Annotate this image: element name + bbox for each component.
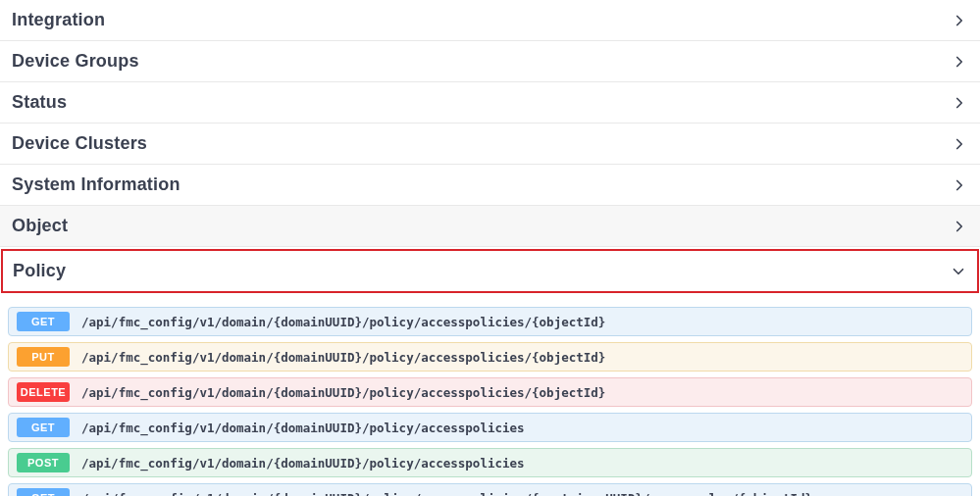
chevron-down-icon: [950, 263, 967, 280]
section-policy[interactable]: Policy: [1, 249, 979, 293]
chevron-right-icon: [951, 53, 968, 71]
method-badge: POST: [17, 453, 70, 472]
endpoint-path: /api/fmc_config/v1/domain/{domainUUID}/p…: [81, 421, 525, 435]
section-integration[interactable]: Integration: [0, 0, 980, 41]
chevron-right-icon: [951, 135, 968, 153]
section-title: Integration: [12, 10, 105, 30]
endpoint-path: /api/fmc_config/v1/domain/{domainUUID}/p…: [81, 491, 812, 497]
section-status[interactable]: Status: [0, 82, 980, 124]
method-badge: GET: [17, 488, 70, 496]
section-title: Device Groups: [12, 51, 139, 72]
method-badge: PUT: [17, 347, 70, 367]
chevron-right-icon: [951, 176, 968, 194]
section-system-information[interactable]: System Information: [0, 165, 980, 206]
method-badge: DELETE: [17, 382, 70, 402]
endpoint-path: /api/fmc_config/v1/domain/{domainUUID}/p…: [81, 315, 605, 329]
op-get-accesspolicies[interactable]: GET /api/fmc_config/v1/domain/{domainUUI…: [8, 413, 972, 442]
chevron-right-icon: [951, 218, 968, 235]
op-get-accesspolicy-by-id[interactable]: GET /api/fmc_config/v1/domain/{domainUUI…: [8, 307, 972, 336]
endpoint-path: /api/fmc_config/v1/domain/{domainUUID}/p…: [81, 385, 605, 400]
chevron-right-icon: [951, 12, 968, 29]
method-badge: GET: [17, 418, 70, 437]
section-title: Policy: [13, 261, 66, 281]
endpoint-path: /api/fmc_config/v1/domain/{domainUUID}/p…: [81, 350, 605, 365]
endpoint-path: /api/fmc_config/v1/domain/{domainUUID}/p…: [81, 456, 525, 471]
section-title: Device Clusters: [12, 133, 147, 154]
op-put-accesspolicy-by-id[interactable]: PUT /api/fmc_config/v1/domain/{domainUUI…: [8, 342, 972, 372]
section-device-groups[interactable]: Device Groups: [0, 41, 980, 82]
policy-operations: GET /api/fmc_config/v1/domain/{domainUUI…: [0, 295, 980, 496]
op-delete-accesspolicy-by-id[interactable]: DELETE /api/fmc_config/v1/domain/{domain…: [8, 377, 972, 407]
section-title: System Information: [12, 174, 181, 195]
section-title: Status: [12, 92, 67, 113]
method-badge: GET: [17, 312, 70, 331]
op-get-accessrule-by-id[interactable]: GET /api/fmc_config/v1/domain/{domainUUI…: [8, 483, 972, 496]
op-post-accesspolicies[interactable]: POST /api/fmc_config/v1/domain/{domainUU…: [8, 448, 972, 477]
section-object[interactable]: Object: [0, 206, 980, 247]
section-device-clusters[interactable]: Device Clusters: [0, 124, 980, 165]
chevron-right-icon: [951, 94, 968, 112]
section-title: Object: [12, 216, 68, 236]
